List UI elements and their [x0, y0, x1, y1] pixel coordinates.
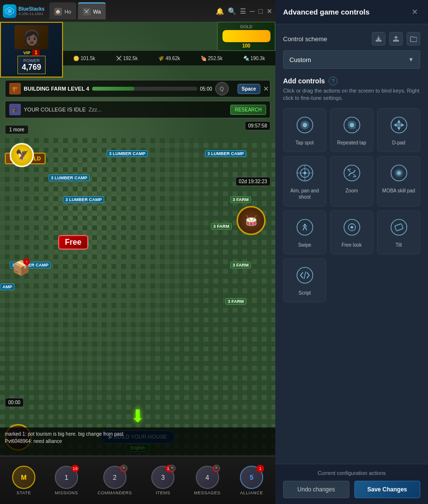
- moba-label: MOBA skill pad: [382, 188, 415, 194]
- svg-point-9: [396, 123, 401, 127]
- power-section: POWER 4,769: [17, 56, 46, 74]
- tab-war-label: Wa: [93, 9, 101, 15]
- nav-messages[interactable]: 4 4 ✕ MESSAGES: [194, 466, 221, 495]
- tilt-label: Tilt: [396, 242, 402, 248]
- research-button[interactable]: RESEARCH: [230, 105, 266, 115]
- nav-alliance[interactable]: 5 1 ALLIANCE: [240, 466, 263, 495]
- save-changes-button[interactable]: Save Changes: [354, 481, 421, 498]
- menu-icon[interactable]: ☰: [240, 7, 246, 15]
- resources-row: 🪙101.5k ⚔️192.5k 🌾49.62k 🍖252.5k 🔩190.3k: [63, 51, 275, 65]
- nav-missions[interactable]: 1 19 MISSIONS: [55, 466, 78, 495]
- control-zoom[interactable]: Zoom: [330, 156, 373, 206]
- svg-line-28: [304, 272, 306, 279]
- script-label: Script: [299, 290, 311, 296]
- space-button[interactable]: Space: [238, 84, 260, 94]
- vip-label: VIP: [23, 50, 31, 55]
- player-avatar: 👩🏿: [15, 25, 48, 49]
- panel-close-button[interactable]: ✕: [409, 6, 420, 18]
- panel-title: Advanced game controls: [283, 8, 409, 16]
- nav-alliance-label: ALLIANCE: [240, 490, 263, 495]
- zoom-icon: [341, 162, 363, 184]
- college-zzz: Zzz...: [89, 107, 102, 112]
- nav-state-label: STATE: [16, 490, 31, 495]
- dpad-icon: [388, 114, 410, 136]
- lumber-camp-2: 3 LUMBER CAMP: [205, 150, 246, 157]
- svg-point-19: [397, 172, 400, 174]
- items-close-x[interactable]: ✕: [169, 465, 175, 472]
- commanders-close-x[interactable]: ✕: [121, 465, 127, 472]
- control-tilt[interactable]: Tilt: [377, 210, 420, 254]
- building-text: BUILDING FARM LEVEL 4: [24, 86, 89, 92]
- nav-state-icon: M: [12, 466, 35, 489]
- building-progress-bar: [92, 87, 134, 91]
- building-icon: 🏗️: [9, 83, 21, 94]
- chat-line-2: Pvt6048964: need alliance: [5, 438, 270, 445]
- control-moba[interactable]: MOBA skill pad: [377, 156, 420, 206]
- lumber-camp-1: 3 LUMBER CAMP: [107, 150, 148, 157]
- control-swipe[interactable]: Swipe: [283, 210, 326, 254]
- map-timer: 02d 19:32:23: [236, 177, 270, 186]
- swipe-label: Swipe: [298, 242, 311, 248]
- current-config-label: Current configuration actions: [283, 470, 420, 476]
- app-version: 4.150.11.1001: [18, 12, 45, 16]
- building-timer: 05:00: [200, 86, 212, 92]
- res-parts: 🔩190.3k: [243, 56, 265, 61]
- svg-point-25: [391, 219, 407, 235]
- nav-items[interactable]: 3 109 ✕ ITEMS: [151, 466, 174, 495]
- q-button[interactable]: Q: [215, 82, 229, 95]
- undo-changes-button[interactable]: Undo changes: [283, 481, 349, 498]
- nav-commanders-label: COMMANDERS: [97, 490, 132, 495]
- chat-area: marked 1: pot tourism is big here. big c…: [0, 427, 275, 456]
- building-close-x[interactable]: ✕: [263, 85, 266, 93]
- repeated-tap-label: Repeated tap: [337, 140, 366, 146]
- nav-messages-icon: 4 4 ✕: [196, 466, 219, 489]
- nav-state[interactable]: M STATE: [12, 466, 35, 495]
- control-scheme-header: Control scheme: [283, 32, 420, 46]
- panel-bottom: Current configuration actions Undo chang…: [275, 464, 428, 504]
- nav-commanders[interactable]: 2 2 ✕ COMMANDERS: [97, 466, 132, 495]
- lumber-camp-3: 3 LUMBER CAMP: [48, 174, 90, 181]
- college-icon: 🎓: [9, 104, 21, 115]
- action-buttons: Undo changes Save Changes: [283, 481, 420, 498]
- zoom-label: Zoom: [346, 188, 358, 194]
- import-icon[interactable]: [372, 32, 385, 46]
- control-aim-pan-shoot[interactable]: Aim, pan and shoot: [283, 156, 326, 206]
- nav-items-icon: 3 109 ✕: [151, 466, 174, 489]
- script-icon: [294, 265, 316, 286]
- free-look-icon: [341, 217, 363, 238]
- nav-missions-icon: 1 19: [55, 466, 78, 489]
- search-icon[interactable]: 🔍: [228, 7, 236, 15]
- farm-5: 3 FARM: [225, 298, 246, 305]
- control-free-look[interactable]: Free look: [330, 210, 373, 254]
- farm-1: 3 FARM: [230, 196, 251, 203]
- aim-pan-shoot-icon: [294, 162, 316, 184]
- control-dpad[interactable]: D-pad: [377, 108, 420, 152]
- more-button[interactable]: 1 more: [5, 125, 29, 134]
- folder-icon[interactable]: [407, 32, 420, 46]
- control-repeated-tap[interactable]: Repeated tap: [330, 108, 373, 152]
- gold-section: GOLD 100: [217, 22, 275, 51]
- repeated-tap-icon: [341, 114, 363, 136]
- bell-icon[interactable]: 🔔: [216, 7, 224, 15]
- messages-close-x[interactable]: ✕: [213, 465, 220, 472]
- dpad-label: D-pad: [392, 140, 405, 146]
- tab-home[interactable]: 🏠 Ho: [49, 2, 76, 19]
- minimize-icon[interactable]: ─: [250, 7, 255, 15]
- control-script[interactable]: Script: [283, 258, 326, 302]
- svg-point-1: [8, 9, 12, 13]
- restore-icon[interactable]: □: [259, 7, 263, 15]
- vip-number: 1: [32, 49, 40, 56]
- power-label: POWER: [22, 58, 41, 63]
- add-controls-section: Add controls ? Click or drag the actions…: [283, 77, 420, 302]
- res-coins: 🪙101.5k: [73, 56, 95, 61]
- svg-point-24: [350, 226, 353, 228]
- tab-war[interactable]: ⚔️ Wa: [78, 2, 106, 19]
- close-window-icon[interactable]: ✕: [267, 7, 272, 15]
- export-icon[interactable]: [389, 32, 403, 46]
- game-map[interactable]: 3 LUMBER CAMP 3 LUMBER CAMP 3 LUMBER CAM…: [0, 138, 275, 456]
- top-bar: BlueStacks 4.150.11.1001 🏠 Ho ⚔️ Wa 🔔 🔍 …: [0, 0, 275, 22]
- control-tap-spot[interactable]: Tap spot: [283, 108, 326, 152]
- control-scheme-dropdown[interactable]: Custom ▼: [283, 50, 420, 69]
- help-icon[interactable]: ?: [329, 77, 337, 85]
- drum-icon: 🥁: [237, 206, 266, 235]
